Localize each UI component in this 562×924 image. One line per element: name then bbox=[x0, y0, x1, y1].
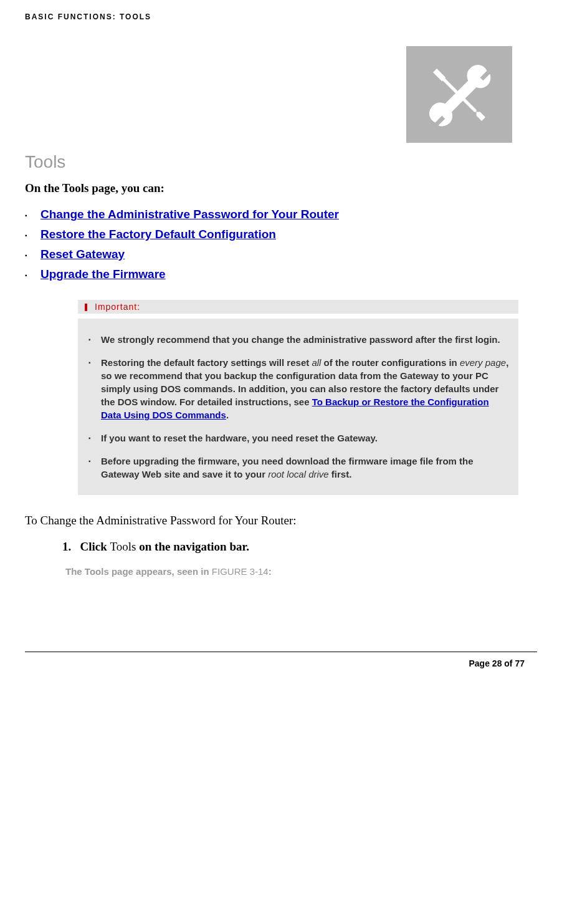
text-fragment: The Tools page appears, seen in bbox=[65, 566, 212, 577]
text-fragment: of the router configurations in bbox=[321, 357, 460, 368]
link-item-reset-gateway: Reset Gateway bbox=[25, 244, 537, 264]
text-bold: on the navigation bar. bbox=[136, 540, 249, 553]
page-header-breadcrumb: BASIC FUNCTIONS: TOOLS bbox=[25, 12, 537, 21]
link-restore-factory[interactable]: Restore the Factory Default Configuratio… bbox=[40, 228, 276, 241]
main-links-list: Change the Administrative Password for Y… bbox=[25, 205, 537, 284]
text-bold: Click bbox=[80, 540, 110, 553]
important-label: Important: bbox=[95, 302, 140, 312]
tools-icon-box bbox=[406, 46, 512, 143]
section-title: Tools bbox=[25, 152, 537, 172]
step-result-text: The Tools page appears, seen in FIGURE 3… bbox=[65, 566, 537, 577]
link-item-change-password: Change the Administrative Password for Y… bbox=[25, 205, 537, 224]
link-item-restore-factory: Restore the Factory Default Configuratio… bbox=[25, 224, 537, 244]
link-reset-gateway[interactable]: Reset Gateway bbox=[40, 248, 125, 261]
figure-reference: FIGURE 3-14 bbox=[212, 566, 269, 577]
text-italic: root local drive bbox=[268, 469, 329, 479]
link-change-password[interactable]: Change the Administrative Password for Y… bbox=[40, 208, 339, 221]
important-item-4: Before upgrading the firmware, you need … bbox=[87, 450, 509, 486]
subsection-title: To Change the Administrative Password fo… bbox=[25, 514, 537, 527]
important-callout: Important: We strongly recommend that yo… bbox=[78, 300, 518, 495]
text-fragment: : bbox=[269, 566, 272, 577]
hammer-wrench-icon bbox=[422, 57, 497, 132]
important-body: We strongly recommend that you change th… bbox=[78, 319, 518, 495]
page-footer: Page 28 of 77 bbox=[25, 652, 537, 668]
important-header: Important: bbox=[78, 300, 518, 314]
intro-text: On the Tools page, you can: bbox=[25, 181, 537, 195]
step-1: 1. Click Tools on the navigation bar. bbox=[62, 540, 537, 554]
important-list: We strongly recommend that you change th… bbox=[87, 328, 509, 486]
step-number: 1. bbox=[62, 540, 71, 553]
text-fragment: first. bbox=[329, 469, 352, 479]
text-fragment: . bbox=[226, 410, 229, 420]
important-item-2: Restoring the default factory settings w… bbox=[87, 351, 509, 426]
important-item-1: We strongly recommend that you change th… bbox=[87, 328, 509, 351]
link-upgrade-firmware[interactable]: Upgrade the Firmware bbox=[40, 267, 166, 281]
link-item-upgrade-firmware: Upgrade the Firmware bbox=[25, 264, 537, 284]
text-fragment: Restoring the default factory settings w… bbox=[101, 357, 312, 368]
page-number: Page 28 of 77 bbox=[469, 658, 525, 668]
text-normal: Tools bbox=[110, 540, 136, 553]
important-item-3: If you want to reset the hardware, you n… bbox=[87, 426, 509, 450]
text-italic: every page bbox=[460, 357, 506, 368]
text-italic: all bbox=[312, 357, 321, 368]
